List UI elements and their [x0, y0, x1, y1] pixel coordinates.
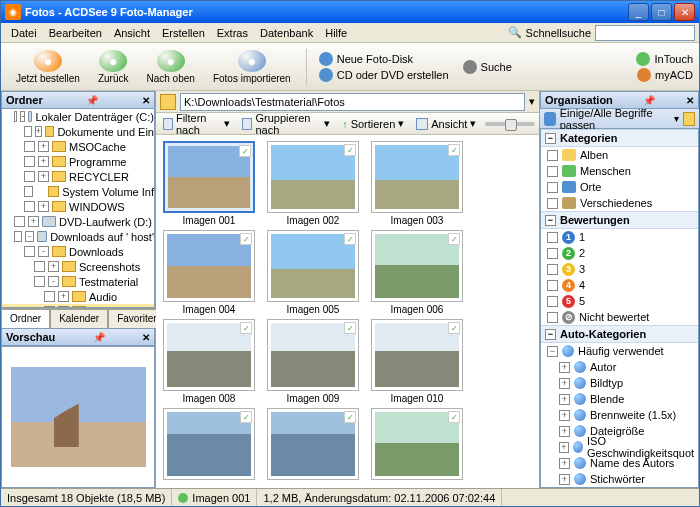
expand-icon[interactable]: +: [48, 261, 59, 272]
checkbox[interactable]: [24, 126, 32, 137]
thumbnail[interactable]: ✓Imagen 008: [162, 319, 256, 404]
path-input[interactable]: [180, 93, 525, 111]
rating-item[interactable]: 33: [541, 261, 698, 277]
panel-pin-icon[interactable]: 📌: [86, 95, 98, 106]
toolbar-button-2[interactable]: ●Nach oben: [138, 47, 204, 87]
toolbar-link-cddvd[interactable]: CD oder DVD erstellen: [319, 68, 449, 82]
folder-tree[interactable]: -Lokaler Datenträger (C:)+Dokumente und …: [1, 109, 155, 308]
menu-datenbank[interactable]: Datenbank: [254, 25, 319, 41]
thumbnail[interactable]: ✓: [370, 408, 464, 482]
expand-icon[interactable]: +: [559, 410, 570, 421]
thumbnail[interactable]: ✓Imagen 003: [370, 141, 464, 226]
tree-node[interactable]: System Volume Inf: [2, 184, 154, 199]
checkbox[interactable]: [547, 198, 558, 209]
thumbnail[interactable]: ✓Imagen 002: [266, 141, 360, 226]
view-button[interactable]: Ansicht ▾: [413, 116, 479, 131]
autocat-item[interactable]: +Bildtyp: [541, 375, 698, 391]
maximize-button[interactable]: □: [651, 3, 672, 21]
tree-node[interactable]: +DVD-Laufwerk (D:): [2, 214, 154, 229]
panel-pin-icon[interactable]: 📌: [643, 95, 655, 106]
expand-icon[interactable]: +: [38, 171, 49, 182]
checkbox[interactable]: [24, 171, 35, 182]
tree-node[interactable]: +Dokumente und Ein: [2, 124, 154, 139]
section-header[interactable]: −Bewertungen: [541, 211, 698, 229]
tree-node[interactable]: +RECYCLER: [2, 169, 154, 184]
checkbox[interactable]: [547, 182, 558, 193]
toolbar-link-myacd[interactable]: myACD: [637, 68, 693, 82]
expand-icon[interactable]: +: [38, 201, 49, 212]
autocat-item[interactable]: +ISO Geschwindigkeitsquot: [541, 439, 698, 455]
expand-icon[interactable]: +: [559, 362, 570, 373]
expand-icon[interactable]: +: [38, 141, 49, 152]
checkbox[interactable]: [24, 186, 33, 197]
category-item[interactable]: Orte: [541, 179, 698, 195]
tree-node[interactable]: +Screenshots: [2, 259, 154, 274]
checkbox[interactable]: [14, 111, 17, 122]
expand-icon[interactable]: -: [48, 276, 59, 287]
checkbox[interactable]: [24, 141, 35, 152]
rating-item[interactable]: 11: [541, 229, 698, 245]
menu-ansicht[interactable]: Ansicht: [108, 25, 156, 41]
checkbox[interactable]: [34, 276, 45, 287]
dropdown-icon[interactable]: ▾: [529, 95, 535, 108]
panel-close-icon[interactable]: ✕: [142, 95, 150, 106]
tree-node[interactable]: -Downloads: [2, 244, 154, 259]
checkbox[interactable]: [547, 264, 558, 275]
expand-icon[interactable]: −: [547, 346, 558, 357]
checkbox[interactable]: [547, 232, 558, 243]
thumbnail[interactable]: ✓Imagen 005: [266, 230, 360, 315]
organisation-tree[interactable]: −KategorienAlbenMenschenOrteVerschiedene…: [540, 129, 699, 488]
expand-icon[interactable]: +: [58, 291, 69, 302]
autocat-haeufig[interactable]: −Häufig verwendet: [541, 343, 698, 359]
filter-button[interactable]: Filtern nach ▾: [160, 111, 233, 137]
toolbar-link-search[interactable]: Suche: [463, 60, 512, 74]
expand-icon[interactable]: -: [20, 111, 25, 122]
thumbnail[interactable]: ✓: [162, 408, 256, 482]
expand-icon[interactable]: +: [559, 394, 570, 405]
thumb-size-slider[interactable]: [485, 122, 535, 126]
checkbox[interactable]: [547, 150, 558, 161]
menu-erstellen[interactable]: Erstellen: [156, 25, 211, 41]
checkbox[interactable]: [547, 280, 558, 291]
panel-close-icon[interactable]: ✕: [142, 332, 150, 343]
expand-icon[interactable]: +: [559, 426, 570, 437]
panel-close-icon[interactable]: ✕: [686, 95, 694, 106]
autocat-item[interactable]: +Autor: [541, 359, 698, 375]
menu-hilfe[interactable]: Hilfe: [319, 25, 353, 41]
checkbox[interactable]: [14, 231, 22, 242]
toolbar-link-newdisk[interactable]: Neue Foto-Disk: [319, 52, 449, 66]
tree-node[interactable]: +Programme: [2, 154, 154, 169]
expand-icon[interactable]: +: [559, 442, 569, 453]
collapse-icon[interactable]: −: [545, 215, 556, 226]
thumbnail[interactable]: ✓Imagen 004: [162, 230, 256, 315]
rating-item[interactable]: 22: [541, 245, 698, 261]
tree-node[interactable]: -Testmaterial: [2, 274, 154, 289]
category-item[interactable]: Menschen: [541, 163, 698, 179]
checkbox[interactable]: [547, 296, 558, 307]
expand-icon[interactable]: -: [25, 231, 33, 242]
checkbox[interactable]: [547, 248, 558, 259]
thumbnail[interactable]: ✓Imagen 001: [162, 141, 256, 226]
category-item[interactable]: Verschiedenes: [541, 195, 698, 211]
menu-extras[interactable]: Extras: [211, 25, 254, 41]
rating-item[interactable]: 44: [541, 277, 698, 293]
expand-icon[interactable]: +: [559, 458, 570, 469]
thumbnail[interactable]: ✓Imagen 010: [370, 319, 464, 404]
menu-bearbeiten[interactable]: Bearbeiten: [43, 25, 108, 41]
checkbox[interactable]: [24, 156, 35, 167]
tree-node[interactable]: +Audio: [2, 289, 154, 304]
expand-icon[interactable]: +: [559, 378, 570, 389]
expand-icon[interactable]: +: [28, 216, 39, 227]
expand-icon[interactable]: +: [35, 126, 43, 137]
thumbnail-grid[interactable]: ✓Imagen 001✓Imagen 002✓Imagen 003✓Imagen…: [156, 135, 539, 488]
autocat-item[interactable]: +Blende: [541, 391, 698, 407]
section-header[interactable]: −Auto-Kategorien: [541, 325, 698, 343]
rating-item-none[interactable]: ⊘Nicht bewertet: [541, 309, 698, 325]
expand-icon[interactable]: +: [559, 474, 570, 485]
filter-mode-bar[interactable]: Einige/Alle Begriffe passen ▾: [540, 109, 699, 129]
toolbar-button-1[interactable]: ●Zurück: [89, 47, 138, 87]
thumbnail[interactable]: ✓: [266, 408, 360, 482]
rating-item[interactable]: 55: [541, 293, 698, 309]
expand-icon[interactable]: -: [38, 246, 49, 257]
preview-image[interactable]: [1, 346, 155, 488]
